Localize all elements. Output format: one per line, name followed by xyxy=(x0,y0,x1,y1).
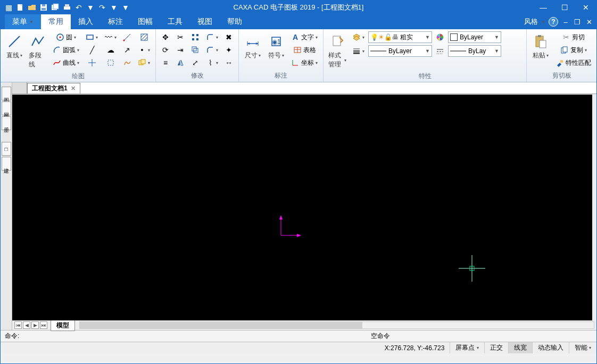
undo-icon[interactable]: ↶ xyxy=(74,3,84,12)
break-button[interactable]: ⌇▾ xyxy=(204,57,220,69)
fillet-button[interactable]: ▾ xyxy=(204,31,220,43)
redo-icon[interactable]: ↷ xyxy=(97,3,107,12)
arc-button[interactable]: 圆弧▾ xyxy=(51,44,81,56)
chamfer-button[interactable]: ▾ xyxy=(204,44,220,56)
polyline-button[interactable]: 多段线 xyxy=(27,31,48,71)
table-button[interactable]: 表格 xyxy=(289,44,320,56)
palette-tab-1[interactable]: 图 xyxy=(2,87,11,100)
move-button[interactable]: ✥ xyxy=(159,31,172,43)
curve-button[interactable]: 曲线▾ xyxy=(51,57,81,69)
hatch-button[interactable] xyxy=(136,31,152,43)
region-button[interactable] xyxy=(102,57,119,69)
command-bar[interactable]: 命令: 空命令 xyxy=(1,330,596,342)
circle-button[interactable]: 圆▾ xyxy=(51,31,81,43)
symbol-button[interactable]: ◉1 符号▾ xyxy=(266,31,287,62)
redo-dropdown-icon[interactable]: ▼ xyxy=(109,3,119,12)
maximize-button[interactable]: ☐ xyxy=(554,1,575,14)
mdi-minimize-icon[interactable]: – xyxy=(561,18,570,26)
style-label[interactable]: 风格 xyxy=(524,17,538,27)
close-button[interactable]: ✕ xyxy=(575,1,596,14)
palette-tab-5[interactable]: 建 xyxy=(2,157,11,171)
mirror-button[interactable] xyxy=(174,57,187,69)
dim-button[interactable]: 尺寸▾ xyxy=(242,31,263,62)
menu-tools[interactable]: 工具 xyxy=(160,14,190,29)
palette-tab-4[interactable]: □ xyxy=(2,142,11,156)
axis-button[interactable] xyxy=(84,57,100,69)
linetype-button[interactable] xyxy=(434,45,446,57)
status-lineweight[interactable]: 线宽 xyxy=(509,342,533,353)
coord-button[interactable]: 坐标▾ xyxy=(289,57,320,69)
menu-frame[interactable]: 图幅 xyxy=(130,14,160,29)
line-button[interactable]: 直线▾ xyxy=(4,31,25,62)
mpoly-button[interactable] xyxy=(121,57,134,69)
menu-annotate[interactable]: 标注 xyxy=(101,14,130,29)
trim-button[interactable]: ✂ xyxy=(174,31,187,43)
hscroll-track[interactable] xyxy=(79,321,594,329)
style-dropdown-icon[interactable]: ▼ xyxy=(541,20,545,24)
block-button[interactable]: ▾ xyxy=(136,57,152,69)
status-smart[interactable]: 智能 ▾ xyxy=(569,342,596,353)
menu-insert[interactable]: 插入 xyxy=(71,14,101,29)
help-icon[interactable]: ? xyxy=(549,17,558,27)
linetype-combo[interactable]: ByLay ▼ xyxy=(448,45,501,57)
lineweight-combo[interactable]: ByLayer ▼ xyxy=(368,45,432,57)
match-button[interactable]: 特性匹配 xyxy=(553,57,593,69)
color-combo[interactable]: ByLayer ▼ xyxy=(448,31,501,43)
style-mgr-button[interactable]: 样式管理▾ xyxy=(327,31,348,71)
first-tab-button[interactable]: ⏮ xyxy=(14,321,22,329)
offset-button[interactable] xyxy=(189,44,202,56)
status-coords[interactable]: X:276.728, Y:-46.723 xyxy=(379,342,451,353)
hscroll-thumb[interactable] xyxy=(80,322,362,328)
layer-combo[interactable]: 💡 ☀ 🔓 🖶 粗实 ▼ xyxy=(368,31,432,43)
drawing-canvas[interactable] xyxy=(12,95,592,320)
save-all-icon[interactable] xyxy=(51,3,60,12)
spline-button[interactable]: 〰▾ xyxy=(102,31,119,43)
undo-dropdown-icon[interactable]: ▼ xyxy=(86,3,95,12)
minimize-button[interactable]: — xyxy=(533,1,554,14)
print-icon[interactable] xyxy=(62,3,72,12)
open-icon[interactable] xyxy=(27,3,37,12)
doc-tab-active[interactable]: 工程图文档1 ✕ xyxy=(27,83,80,94)
mdi-restore-icon[interactable]: ❐ xyxy=(573,18,582,26)
new-icon[interactable]: ▦ xyxy=(4,3,13,12)
menu-view[interactable]: 视图 xyxy=(190,14,220,29)
palette-tab-2[interactable]: 网 xyxy=(2,101,11,115)
new-doc-icon[interactable] xyxy=(15,3,25,12)
next-tab-button[interactable]: ▶ xyxy=(31,321,39,329)
last-tab-button[interactable]: ⏭ xyxy=(40,321,47,329)
layer-mgr-button[interactable]: ▾ xyxy=(350,31,367,43)
color-wheel-button[interactable] xyxy=(434,31,446,43)
stretch-button[interactable]: ↔ xyxy=(222,57,235,69)
paste-button[interactable]: 粘贴▾ xyxy=(530,31,551,62)
model-tab[interactable]: 模型 xyxy=(51,320,75,331)
extend-button[interactable]: ⇥ xyxy=(174,44,187,56)
cut-button[interactable]: ✂剪切 xyxy=(553,31,593,43)
qat-more-icon[interactable]: ▼ xyxy=(121,3,130,12)
save-icon[interactable] xyxy=(39,3,48,12)
copy-button[interactable]: 复制▾ xyxy=(553,44,593,56)
prev-tab-button[interactable]: ◀ xyxy=(23,321,30,329)
status-ortho[interactable]: 正交 xyxy=(485,342,509,353)
palette-tab-3[interactable]: 册 xyxy=(2,116,11,130)
slash-button[interactable]: ╱ xyxy=(84,44,100,56)
menu-help[interactable]: 帮助 xyxy=(220,14,250,29)
mdi-close-icon[interactable]: ✕ xyxy=(585,18,593,26)
menu-common[interactable]: 常用 xyxy=(41,14,71,29)
menu-main[interactable]: 菜单 ▼ xyxy=(5,14,41,29)
delete-button[interactable]: ✖ xyxy=(222,31,235,43)
scale-button[interactable]: ⤢ xyxy=(189,57,202,69)
point-button[interactable]: •▾ xyxy=(136,44,152,56)
rect-button[interactable]: ▾ xyxy=(84,31,100,43)
ray-button[interactable] xyxy=(121,31,134,43)
explode-button[interactable]: ✦ xyxy=(222,44,235,56)
status-screen[interactable]: 屏幕点 ▾ xyxy=(450,342,484,353)
rotate-button[interactable]: ⟳ xyxy=(159,44,172,56)
array-button[interactable] xyxy=(189,31,202,43)
xline-button[interactable]: ↗ xyxy=(121,44,134,56)
close-tab-icon[interactable]: ✕ xyxy=(71,85,76,92)
cloud-button[interactable]: ☁ xyxy=(102,44,119,56)
text-button[interactable]: A文字▾ xyxy=(289,31,320,43)
align-button[interactable]: ≡ xyxy=(159,57,172,69)
lineweight-button[interactable]: ▾ xyxy=(350,45,367,57)
status-dyn-input[interactable]: 动态输入 xyxy=(533,342,569,353)
